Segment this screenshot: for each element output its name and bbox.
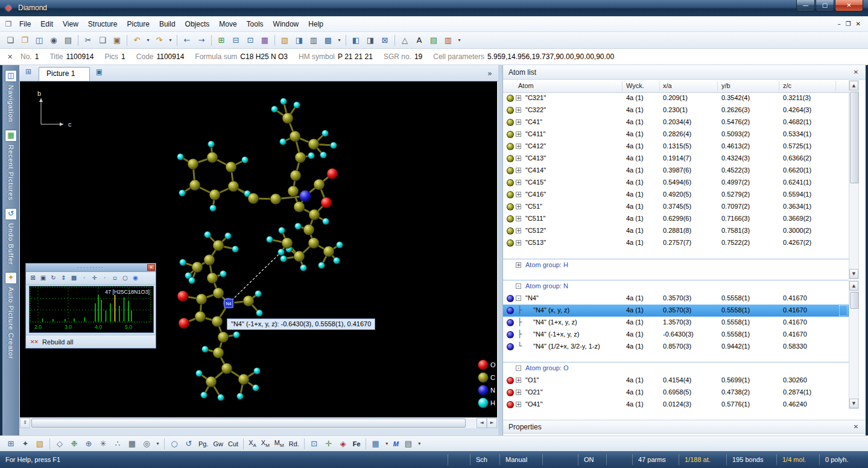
atom-C-52[interactable] — [196, 294, 207, 305]
properties-close-button[interactable]: ✕ — [851, 423, 861, 431]
expand-toggle[interactable]: + — [516, 119, 521, 125]
atom-H-79[interactable] — [201, 392, 207, 399]
atom-C-39[interactable] — [294, 251, 305, 262]
table-bonds-icon[interactable]: ⊟ — [229, 34, 242, 47]
expand-toggle[interactable]: + — [516, 240, 521, 245]
menu-tools[interactable]: Tools — [242, 17, 268, 31]
atom-row[interactable]: +"C416"4a (1)0.4920(5)0.5279(2)0.5594(1) — [503, 189, 849, 201]
atom-C-51[interactable] — [213, 288, 224, 299]
atom-H-27[interactable] — [271, 106, 278, 113]
atom-row[interactable]: +"C513"4a (1)0.2757(7)0.7522(2)0.4267(2) — [503, 237, 849, 249]
atom-C-3[interactable] — [228, 181, 239, 192]
coordination-icon[interactable]: ◎ — [140, 437, 153, 451]
toggle-cut[interactable]: Cut — [226, 440, 241, 448]
atom-O-55[interactable] — [177, 291, 188, 302]
atom-H-72[interactable] — [233, 332, 240, 338]
column-header-atom[interactable]: Atom — [518, 80, 534, 92]
molecule-rendering[interactable]: N4bcOCNH — [20, 81, 497, 417]
redo-icon[interactable]: ↷ — [153, 34, 166, 47]
miniwindow-title-bar[interactable]: ········· ✕ — [26, 264, 156, 272]
expand-toggle[interactable]: + — [516, 390, 521, 395]
mw-refresh-icon[interactable]: ↻ — [48, 273, 59, 283]
tab-overflow-chevron[interactable]: » — [487, 69, 492, 78]
atom-C-59[interactable] — [192, 262, 203, 273]
mw-small-icon[interactable]: ▫ — [110, 273, 120, 283]
atom-H-40[interactable] — [337, 242, 343, 248]
atom-C-38[interactable] — [323, 246, 334, 257]
status-on[interactable]: ON — [578, 454, 606, 465]
picture-tools-icon[interactable]: ▧ — [33, 437, 46, 451]
atom-C-18[interactable] — [309, 209, 320, 220]
atom-C-26[interactable] — [282, 113, 293, 124]
atom-H-28[interactable] — [280, 98, 287, 105]
expand-toggle[interactable]: + — [516, 216, 521, 221]
expand-toggle[interactable]: + — [516, 95, 521, 101]
mdi-minimize[interactable]: – — [838, 21, 841, 27]
copy-icon[interactable]: ❑ — [96, 34, 109, 47]
coordination-dropdown-icon[interactable]: ▾ — [154, 437, 161, 451]
atom-symmetry-row[interactable]: └"N4" (1/2+x, 3/2-y, 1-z)4a (1)0.8570(3)… — [503, 341, 849, 353]
expand-toggle[interactable]: + — [516, 107, 521, 113]
redo-dropdown-icon[interactable]: ▾ — [167, 34, 174, 47]
column-header-yb[interactable]: y/b — [721, 80, 730, 92]
table-atoms-icon[interactable]: ⊞ — [215, 34, 228, 47]
atom-row[interactable]: +"C512"4a (1)0.2881(8)0.7581(3)0.3000(2) — [503, 225, 849, 237]
new-picture-icon[interactable]: ▧ — [278, 34, 291, 47]
atom-H-80[interactable] — [218, 394, 224, 401]
atom-C-57[interactable] — [207, 273, 218, 283]
hscroll-track[interactable] — [30, 418, 477, 428]
mdi-restore[interactable]: ❐ — [846, 21, 851, 27]
atom-group-header[interactable]: +Atom group: H — [503, 259, 849, 271]
atom-list-scrollbar-lower[interactable]: ▲▼ — [849, 280, 859, 409]
layout-left-icon[interactable]: ◧ — [349, 34, 363, 47]
copy-picture-icon[interactable]: ◨ — [293, 34, 306, 47]
atom-C-60[interactable] — [213, 240, 224, 251]
scroll-up-button[interactable]: ▲ — [849, 281, 858, 291]
atom-H-7[interactable] — [208, 141, 215, 148]
drag-grip-icon[interactable]: ········· — [77, 264, 104, 271]
atom-O-56[interactable] — [179, 318, 189, 329]
navigate-forward-icon[interactable]: → — [195, 34, 208, 47]
atom-row[interactable]: +"C41"4a (1)0.2034(4)0.5476(2)0.4682(1) — [503, 116, 849, 128]
scroll-right-button[interactable]: ► — [487, 418, 497, 428]
menu-move[interactable]: Move — [214, 17, 241, 31]
atom-H-78[interactable] — [196, 370, 203, 377]
atom-C-4[interactable] — [209, 189, 220, 200]
atom-row[interactable]: +"C411"4a (1)0.2826(4)0.5093(2)0.5334(1) — [503, 128, 849, 141]
mw-globe-icon[interactable]: ◉ — [130, 273, 141, 283]
scroll-thumb[interactable] — [850, 92, 859, 183]
atom-H-6[interactable] — [177, 154, 184, 160]
rotate-view-icon[interactable]: ↺ — [182, 437, 195, 451]
minimize-button[interactable]: — — [796, 0, 815, 11]
atom-C-12[interactable] — [248, 193, 259, 204]
atom-symmetry-row[interactable]: ├"N4" (-1+x, y, z)4a (1)-0.6430(3)0.5558… — [503, 329, 849, 341]
table-parameters-icon[interactable]: ⊡ — [244, 34, 257, 47]
sidebar-tab-recent-pictures[interactable]: ▦Recent Pictures — [5, 130, 17, 201]
atom-H-36[interactable] — [295, 223, 302, 230]
atom-H-44[interactable] — [300, 265, 307, 271]
atom-C-1[interactable] — [207, 152, 218, 163]
structure-window-icon[interactable]: ⊠ — [378, 34, 391, 47]
view-dropdown-icon[interactable]: ▾ — [336, 34, 343, 47]
atom-C-54[interactable] — [212, 316, 223, 327]
atom-C-24[interactable] — [290, 131, 300, 142]
atom-row[interactable]: +"C511"4a (1)0.6299(6)0.7166(3)0.3669(2) — [503, 213, 849, 225]
atom-C-75[interactable] — [221, 363, 232, 374]
marker-icon[interactable]: ◈ — [337, 437, 350, 451]
atom-H-63[interactable] — [232, 246, 239, 253]
atom-row[interactable]: +"O41"4a (1)0.0124(3)0.5776(1)0.46240 — [503, 399, 849, 411]
atom-H-45[interactable] — [280, 256, 287, 262]
expand-toggle[interactable]: + — [516, 180, 521, 185]
hscroll-thumb[interactable] — [31, 419, 466, 428]
expand-toggle[interactable]: + — [516, 192, 521, 197]
atom-row[interactable]: +"C412"4a (1)0.1315(5)0.4613(2)0.5725(1) — [503, 141, 849, 153]
atom-row[interactable]: +"C415"4a (1)0.5494(6)0.4997(2)0.6241(1) — [503, 177, 849, 189]
save-icon[interactable]: ◫ — [33, 34, 46, 47]
more-dropdown-icon[interactable]: ▾ — [416, 437, 423, 451]
sidebar-tab-navigation[interactable]: ◫Navigation — [5, 70, 17, 122]
atom-H-74[interactable] — [202, 346, 209, 353]
atom-C-58[interactable] — [204, 255, 215, 265]
atom-row[interactable]: +"C322"4a (1)0.230(1)0.2626(3)0.4264(3) — [503, 104, 849, 116]
atom-H-82[interactable] — [253, 385, 259, 391]
atom-C-77[interactable] — [238, 374, 249, 385]
